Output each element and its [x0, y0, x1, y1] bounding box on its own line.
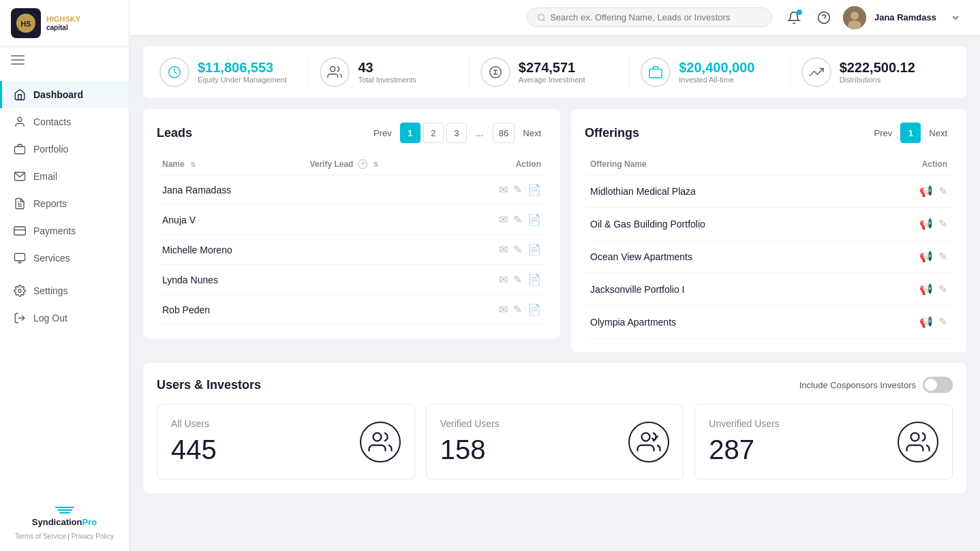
- unverified-users-label: Unverified Users: [709, 418, 779, 429]
- email-action-icon[interactable]: ✉: [499, 213, 508, 226]
- broadcast-action-icon[interactable]: 📢: [919, 250, 933, 263]
- svg-rect-3: [11, 59, 25, 61]
- investments-info: 43 Total Investments: [358, 61, 416, 84]
- average-value: $274,571: [519, 61, 585, 74]
- doc-action-icon[interactable]: 📄: [527, 213, 541, 226]
- doc-action-icon[interactable]: 📄: [527, 303, 541, 316]
- users-header: Users & Investors Include Cosponsors Inv…: [157, 377, 953, 393]
- sidebar-label-portfolio: Portfolio: [33, 144, 68, 155]
- edit-action-icon[interactable]: ✎: [513, 273, 522, 286]
- edit-action-icon[interactable]: ✎: [513, 183, 522, 196]
- brand-name: HIGHSKY capital: [46, 15, 80, 31]
- syndication-line-3: [59, 512, 70, 514]
- sidebar-item-services[interactable]: Services: [0, 245, 129, 272]
- main-area: Jana Ramdass $11,806,553 Equity Under Ma…: [129, 0, 980, 551]
- two-col-layout: Leads Prev 1 2 3 ... 86 Next: [143, 109, 966, 352]
- notification-dot: [797, 10, 802, 15]
- edit-action-icon[interactable]: ✎: [938, 283, 947, 296]
- header-actions: Jana Ramdass: [783, 6, 966, 29]
- sidebar-item-dashboard[interactable]: Dashboard: [0, 81, 129, 108]
- user-menu-icon[interactable]: [945, 7, 966, 29]
- email-action-icon[interactable]: ✉: [499, 183, 508, 196]
- edit-action-icon[interactable]: ✎: [938, 185, 947, 198]
- equity-info: $11,806,553 Equity Under Management: [198, 61, 287, 84]
- leads-prev-btn[interactable]: Prev: [368, 123, 397, 143]
- leads-table: Name ⇅ Verify Lead ? ⇅: [157, 154, 547, 325]
- doc-action-icon[interactable]: 📄: [527, 243, 541, 256]
- users-section: Users & Investors Include Cosponsors Inv…: [143, 363, 966, 493]
- stat-distributions: $222,500.12 Distributions: [791, 57, 950, 87]
- edit-action-icon[interactable]: ✎: [513, 303, 522, 316]
- table-row: Oil & Gas Building Portfolio 📢 ✎: [585, 208, 953, 240]
- leads-next-btn[interactable]: Next: [517, 123, 547, 143]
- svg-rect-27: [649, 69, 662, 78]
- distributions-info: $222,500.12 Distributions: [840, 61, 915, 84]
- sidebar-item-portfolio[interactable]: Portfolio: [0, 136, 129, 163]
- all-users-info: All Users 445: [171, 418, 217, 465]
- avatar[interactable]: [843, 6, 866, 29]
- syndication-logo: SyndicationPro: [11, 506, 118, 527]
- help-icon[interactable]: [813, 7, 835, 29]
- leads-pagination: Prev 1 2 3 ... 86 Next: [368, 123, 547, 143]
- sidebar-item-email[interactable]: Email: [0, 163, 129, 190]
- equity-label: Equity Under Management: [198, 76, 287, 84]
- verify-sort-icon[interactable]: ⇅: [373, 161, 378, 168]
- email-action-icon[interactable]: ✉: [499, 303, 508, 316]
- table-row: Anuja V ✉: [157, 205, 547, 235]
- sidebar-item-contacts[interactable]: Contacts: [0, 108, 129, 136]
- sidebar-item-reports[interactable]: Reports: [0, 190, 129, 217]
- doc-action-icon[interactable]: 📄: [527, 183, 541, 196]
- stat-equity: $11,806,553 Equity Under Management: [159, 57, 309, 87]
- broadcast-action-icon[interactable]: 📢: [919, 315, 933, 328]
- leads-page-86[interactable]: 86: [493, 123, 515, 143]
- broadcast-action-icon[interactable]: 📢: [919, 217, 933, 230]
- average-icon: [480, 57, 510, 87]
- leads-page-1[interactable]: 1: [400, 123, 420, 143]
- sidebar-label-logout: Log Out: [33, 313, 67, 324]
- broadcast-action-icon[interactable]: 📢: [919, 185, 933, 198]
- svg-rect-6: [15, 146, 25, 154]
- sidebar-label-dashboard: Dashboard: [33, 89, 83, 100]
- offering-actions: 📢 ✎: [866, 306, 953, 339]
- stat-investments: 43 Total Investments: [309, 57, 469, 87]
- contacts-icon: [13, 115, 27, 129]
- search-input[interactable]: [550, 12, 762, 22]
- sidebar-item-payments[interactable]: Payments: [0, 217, 129, 245]
- broadcast-action-icon[interactable]: 📢: [919, 283, 933, 296]
- all-users-label: All Users: [171, 418, 217, 429]
- unverified-users-icon: [898, 422, 938, 462]
- edit-action-icon[interactable]: ✎: [513, 243, 522, 256]
- leads-page-2[interactable]: 2: [423, 123, 444, 143]
- edit-action-icon[interactable]: ✎: [938, 250, 947, 263]
- leads-page-3[interactable]: 3: [446, 123, 467, 143]
- terms-link[interactable]: Terms of Service: [15, 533, 65, 540]
- edit-action-icon[interactable]: ✎: [513, 213, 522, 226]
- logo-icon: HS: [15, 12, 37, 34]
- leads-section: Leads Prev 1 2 3 ... 86 Next: [143, 109, 560, 352]
- email-action-icon[interactable]: ✉: [499, 243, 508, 256]
- notification-icon[interactable]: [783, 7, 805, 29]
- edit-action-icon[interactable]: ✎: [938, 217, 947, 230]
- offerings-page-1[interactable]: 1: [900, 123, 921, 143]
- invested-value: $20,400,000: [679, 61, 754, 74]
- edit-action-icon[interactable]: ✎: [938, 315, 947, 328]
- sidebar-item-logout[interactable]: Log Out: [0, 304, 129, 332]
- offerings-prev-btn[interactable]: Prev: [869, 123, 898, 143]
- cosponsors-toggle-group: Include Cosponsors Investors: [799, 377, 953, 393]
- privacy-link[interactable]: Privacy Policy: [72, 533, 114, 540]
- verify-help-icon[interactable]: ?: [358, 159, 367, 169]
- sidebar-item-settings[interactable]: Settings: [0, 277, 129, 304]
- cosponsors-toggle[interactable]: [923, 377, 953, 393]
- email-action-icon[interactable]: ✉: [499, 273, 508, 286]
- doc-action-icon[interactable]: 📄: [527, 273, 541, 286]
- stats-bar: $11,806,553 Equity Under Management 43 T…: [143, 46, 966, 98]
- offerings-next-btn[interactable]: Next: [923, 123, 953, 143]
- svg-rect-2: [11, 55, 25, 57]
- portfolio-icon: [13, 142, 27, 156]
- name-sort-icon[interactable]: ⇅: [190, 161, 196, 168]
- offerings-section: Offerings Prev 1 Next Offering Name Acti…: [571, 109, 966, 352]
- unverified-users-info: Unverified Users 287: [709, 418, 779, 465]
- search-bar[interactable]: [527, 7, 772, 27]
- hamburger-icon[interactable]: [0, 47, 129, 76]
- sidebar-label-contacts: Contacts: [33, 116, 71, 127]
